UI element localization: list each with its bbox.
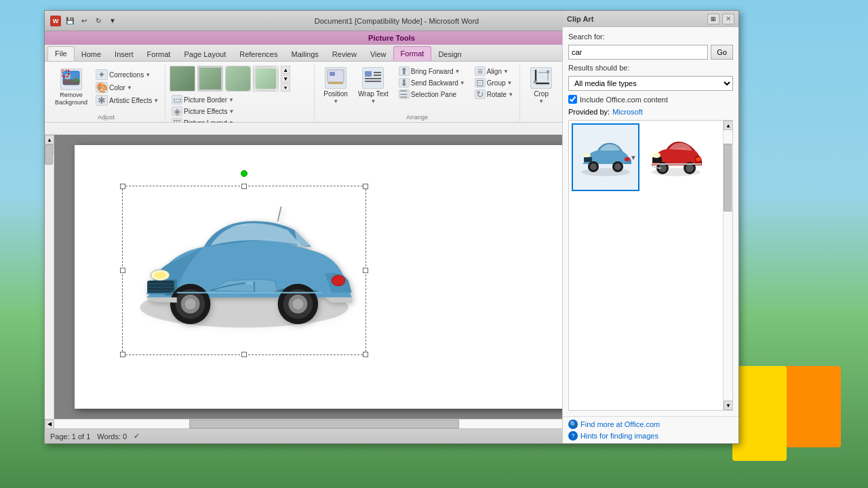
svg-line-35 (278, 207, 281, 222)
remove-background-label: Remove Background (54, 92, 88, 106)
arrange-group-label: Arrange (319, 113, 515, 122)
redo-button[interactable]: ↻ (92, 15, 104, 27)
handle-bottom-right[interactable] (363, 352, 368, 357)
tab-insert[interactable]: Insert (108, 47, 140, 61)
bring-forward-label: Bring Forward (411, 68, 454, 75)
remove-background-button[interactable]: Remove Background (52, 67, 91, 108)
customize-qa-button[interactable]: ▼ (106, 15, 119, 27)
pic-style-4[interactable] (253, 66, 279, 92)
word-count: Words: 0 (97, 432, 127, 441)
gallery-scroll-thumb[interactable] (724, 144, 732, 211)
handle-bottom-left[interactable] (120, 352, 125, 357)
tab-references[interactable]: References (233, 47, 284, 61)
svg-point-24 (154, 272, 166, 279)
handle-top-right[interactable] (363, 184, 368, 189)
wrap-text-button[interactable]: Wrap Text ▼ (355, 66, 391, 106)
clip-art-result-1[interactable]: ▼ (572, 123, 639, 191)
tab-view[interactable]: View (363, 47, 393, 61)
hscroll-left[interactable]: ◀ (45, 420, 54, 429)
selected-image-container[interactable] (122, 186, 366, 355)
svg-point-32 (292, 299, 303, 310)
red-car-thumbnail (649, 137, 703, 178)
svg-point-36 (581, 168, 630, 176)
handle-bottom-center[interactable] (241, 352, 247, 357)
bring-forward-button[interactable]: ⬆ Bring Forward ▼ (397, 66, 467, 77)
gallery-scroll-up[interactable]: ▲ (724, 123, 733, 130)
tab-review[interactable]: Review (326, 47, 363, 61)
picture-border-button[interactable]: ▭ Picture Border ▼ (170, 94, 236, 105)
scroll-up-btn[interactable]: ▲ (45, 135, 54, 144)
svg-rect-7 (365, 71, 372, 77)
picture-effects-button[interactable]: ◈ Picture Effects ▼ (170, 106, 236, 117)
crop-label: Crop (534, 90, 549, 98)
color-button[interactable]: 🎨 Color ▼ (94, 81, 161, 94)
handle-middle-right[interactable] (363, 268, 368, 273)
bring-forward-arrow: ▼ (455, 68, 460, 75)
artistic-effects-button[interactable]: ✱ Artistic Effects ▼ (94, 94, 161, 106)
clip-art-body: Search for: Go Results should be: All me… (563, 123, 738, 416)
handle-top-center[interactable] (241, 184, 247, 189)
pic-style-1[interactable] (170, 66, 195, 92)
svg-rect-16 (534, 81, 536, 83)
svg-point-28 (185, 299, 196, 310)
svg-point-38 (590, 163, 597, 170)
corrections-button[interactable]: ✦ Corrections ▼ (94, 68, 161, 81)
svg-rect-33 (245, 282, 254, 285)
styles-scroll-down[interactable]: ▼ (281, 75, 290, 83)
group-button[interactable]: ⊡ Group ▼ (473, 77, 515, 88)
gallery-scrollbar: ▲ ▼ (723, 123, 732, 410)
find-more-link[interactable]: 🔍 Find more at Office.com (568, 420, 733, 428)
tab-picture-tools-format[interactable]: Format (393, 46, 432, 61)
rotate-label: Rotate (487, 91, 507, 98)
save-button[interactable]: 💾 (64, 15, 76, 27)
gallery-scroll-down[interactable]: ▼ (724, 401, 733, 410)
car-image (123, 186, 366, 354)
selection-pane-icon: ☰ (399, 89, 410, 99)
proofing-icon: ✓ (134, 432, 140, 441)
gallery-scroll-track (724, 130, 732, 401)
hscroll-thumb[interactable] (189, 420, 459, 428)
tab-home[interactable]: Home (75, 47, 108, 61)
tab-design[interactable]: Design (431, 47, 468, 61)
handle-top-left[interactable] (120, 184, 125, 189)
clip-art-results-gallery[interactable]: ▼ (568, 123, 733, 411)
position-button[interactable]: Position ▼ (319, 66, 353, 106)
rotation-handle[interactable] (241, 170, 248, 177)
svg-point-34 (332, 275, 345, 286)
left-scroll-thumb[interactable] (45, 144, 53, 165)
selection-pane-button[interactable]: ☰ Selection Pane (397, 89, 467, 100)
crop-button[interactable]: Crop ▼ (524, 66, 558, 106)
artistic-effects-arrow: ▼ (153, 98, 159, 104)
styles-expand[interactable]: ▾ (281, 83, 290, 92)
quick-access-toolbar: 💾 ↩ ↻ ▼ (64, 15, 119, 27)
group-label: Group (487, 79, 506, 87)
group-icon: ⊡ (475, 78, 486, 87)
svg-point-50 (652, 152, 660, 158)
corrections-icon: ✦ (96, 69, 108, 80)
align-button[interactable]: ≡ Align ▼ (473, 66, 515, 77)
result-1-arrow[interactable]: ▼ (630, 154, 637, 161)
send-backward-arrow: ▼ (460, 80, 465, 86)
ribbon-group-picture-styles: ▲ ▼ ▾ ▭ Picture Border ▼ ◈ Picture Effec… (165, 64, 315, 122)
tab-format[interactable]: Format (140, 47, 178, 61)
pic-style-2[interactable] (197, 66, 223, 92)
send-backward-icon: ⬇ (399, 78, 410, 87)
selection-pane-label: Selection Pane (411, 91, 456, 98)
tab-page-layout[interactable]: Page Layout (177, 47, 233, 61)
tab-mailings[interactable]: Mailings (284, 47, 325, 61)
rotate-button[interactable]: ↻ Rotate ▼ (473, 89, 515, 100)
send-backward-button[interactable]: ⬇ Send Backward ▼ (397, 77, 467, 88)
arrange-large-buttons: Position ▼ Wr (319, 66, 391, 106)
styles-scroll-up[interactable]: ▲ (281, 66, 290, 74)
undo-button[interactable]: ↩ (78, 15, 90, 27)
color-icon: 🎨 (96, 82, 108, 93)
tab-file[interactable]: File (47, 46, 75, 61)
pic-style-3[interactable] (225, 66, 251, 92)
clip-art-result-2[interactable] (642, 123, 710, 191)
svg-rect-17 (547, 70, 549, 73)
picture-border-arrow: ▼ (229, 97, 234, 103)
document-content-area: ▲ ▼ (45, 123, 738, 428)
svg-point-40 (614, 163, 621, 170)
ribbon-group-arrange: Position ▼ Wr (315, 64, 520, 122)
handle-middle-left[interactable] (120, 268, 125, 273)
